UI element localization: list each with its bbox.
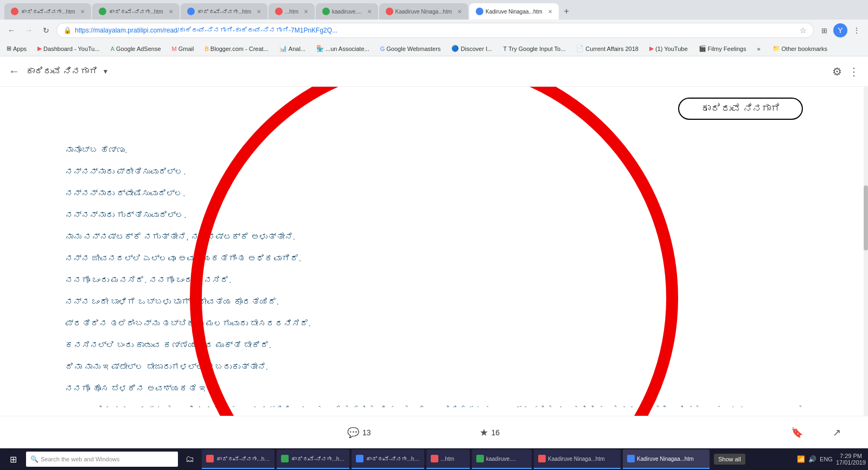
taskbar-app-7[interactable]: Kadiruve Ninagaa...htm	[623, 449, 710, 469]
bottom-bar: 💬 13 ★ 16 🔖 ↗	[0, 416, 868, 448]
tab-close-2[interactable]: ✕	[169, 9, 173, 15]
taskbar-app-6-favicon	[538, 455, 546, 462]
apps-grid-icon: ⊞	[7, 45, 11, 52]
taskbar-task-view[interactable]: 🗂	[180, 448, 200, 470]
bookmark-icon: 🔖	[791, 427, 803, 439]
share-icon: ↗	[833, 427, 841, 439]
line-6: ನನ್ನ ಜೀವನದಲ್ಲಿ ಎಲ್ಲವೂ ಅವಶ್ಯಕತೆಗಿಂತ ಅಧಿಕವ…	[65, 252, 803, 265]
bookmark-blogger[interactable]: B Blogger.com - Creat...	[202, 44, 270, 53]
taskbar-datetime: 7:29 PM 17/01/2019	[836, 453, 866, 466]
tab-4[interactable]: ...htm ✕	[269, 3, 315, 20]
gmail-favicon: M	[172, 46, 177, 52]
bookmark-webmasters[interactable]: G Google Webmasters	[378, 44, 443, 53]
tab-close-4[interactable]: ✕	[304, 9, 308, 15]
bookmark-adsense-label: Google AdSense	[116, 46, 161, 52]
scrollbar-thumb[interactable]	[864, 185, 868, 250]
bookmark-analytics[interactable]: 📊 Anal...	[277, 44, 308, 53]
more-options-icon[interactable]: ⋮	[848, 65, 859, 78]
taskbar-app-7-label: Kadiruve Ninagaa...htm	[637, 456, 694, 462]
bookmark-dashboard-label: Dashboard - YouTu...	[43, 46, 100, 52]
tab-favicon-6	[386, 8, 393, 15]
bookmark-current-affairs[interactable]: 📄 Current Affairs 2018	[574, 44, 641, 53]
tab-close-1[interactable]: ✕	[80, 9, 85, 15]
tab-7[interactable]: Kadiruve Ninagaa...htm ✕	[469, 3, 559, 20]
browser-menu-icon[interactable]: ⋮	[850, 23, 864, 37]
taskbar-app-2[interactable]: ಕಾದಿರುವೆ-ನಿನಗಾ...htm	[277, 449, 349, 469]
title-dropdown-icon[interactable]: ▼	[102, 68, 108, 75]
bookmarks-bar: ⊞ Apps ▶ Dashboard - YouTu... A Google A…	[0, 41, 868, 56]
line-2: ನನ್ನನ್ನಾರು ಪ್ರೀತಿಸುವುದಿಲ್ಲ.	[65, 165, 803, 178]
show-all-button[interactable]: Show all	[714, 454, 745, 465]
paragraph-1: ಒಂದಿನ ನಾನು ಬಹಳ್ಳು ಬೇಜಾರಾಗಿ ಮನಸ್ಸಿಲ್ಲದ ಮನ…	[65, 404, 803, 407]
tab-6[interactable]: Kaadiruve Ninaga...htm ✕	[379, 3, 469, 20]
title-oval-container: ಕಾದಿರುವೆ ನಿನಗಾಗಿ	[65, 98, 803, 133]
tab-close-5[interactable]: ✕	[367, 9, 372, 15]
comments-count: 13	[362, 428, 371, 437]
tab-label-1: ಕಾದಿರುವೆ-ನಿನಗಾ...htm	[21, 9, 75, 15]
taskbar-app-4[interactable]: ...htm	[426, 449, 470, 469]
tab-5[interactable]: kaadiruve.... ✕	[316, 3, 378, 20]
bookmark-input-tool[interactable]: T Try Google Input To...	[501, 44, 567, 53]
taskbar-app-1[interactable]: ಕಾದಿರುವೆ-ನಿನಗಾ...htm	[202, 449, 275, 469]
star-icon: ★	[480, 427, 488, 439]
forward-button[interactable]: →	[22, 23, 36, 37]
settings-icon[interactable]: ⚙	[832, 65, 842, 78]
page-back-button[interactable]: ←	[9, 65, 20, 78]
bookmark-dashboard[interactable]: ▶ Dashboard - YouTu...	[35, 44, 102, 53]
taskbar-app-3[interactable]: ಕಾದಿರುವೆ-ನಿನಗಾ...htm	[352, 449, 424, 469]
windows-start-button[interactable]: ⊞	[2, 448, 24, 470]
browser-frame: ಕಾದಿರುವೆ-ನಿನಗಾ...htm ✕ ಕಾದಿರುವೆ-ನಿನಗಾ...…	[0, 0, 868, 470]
tab-3[interactable]: ಕಾದಿರುವೆ-ನಿನಗಾ...htm ✕	[181, 3, 267, 20]
new-tab-button[interactable]: +	[562, 7, 571, 16]
tab-close-3[interactable]: ✕	[257, 9, 261, 15]
taskbar-app-5-favicon	[476, 455, 484, 462]
taskbar-app-2-favicon	[281, 455, 289, 462]
bookmark-action[interactable]: 🔖	[791, 427, 803, 439]
tab-close-6[interactable]: ✕	[457, 9, 462, 15]
bookmark-more[interactable]: »	[755, 44, 762, 53]
profile-icon[interactable]: Y	[833, 23, 847, 37]
scrollbar[interactable]	[864, 87, 868, 416]
tab-close-7[interactable]: ✕	[548, 9, 552, 15]
taskbar-search[interactable]: 🔍 Search the web and Windows	[26, 452, 178, 467]
line-3: ನನ್ನನ್ನಾರು ದ್ವೇಷಿಸುವುದಿಲ್ಲ.	[65, 187, 803, 200]
extensions-icon[interactable]: ⊞	[817, 23, 831, 37]
url-bar[interactable]: 🔒 https://malayalam.pratilipi.com/read/ಕ…	[56, 23, 814, 38]
search-magnifier-icon: 🔍	[30, 455, 39, 463]
reload-button[interactable]: ↻	[39, 23, 53, 37]
taskbar-volume-icon: 🔊	[808, 455, 816, 463]
yt-favicon-2: ▶	[649, 45, 654, 52]
bookmark-discover[interactable]: 🔵 Discover I...	[449, 44, 494, 53]
tab-1[interactable]: ಕಾದಿರುವೆ-ನಿನಗಾ...htm ✕	[4, 3, 91, 20]
share-action[interactable]: ↗	[833, 427, 841, 439]
show-all-label: Show all	[718, 456, 741, 462]
header-right-icons: ⚙ ⋮	[832, 65, 859, 78]
taskbar-app-6[interactable]: Kaadiruve Ninaga...htm	[534, 449, 621, 469]
bookmark-youtube[interactable]: ▶ (1) YouTube	[647, 44, 690, 53]
back-button[interactable]: ←	[4, 23, 18, 37]
webmasters-favicon: G	[380, 46, 385, 52]
tab-favicon-7	[476, 8, 483, 15]
page-title-area: ಕಾದಿರುವೆ ನಿನಗಾಗಿ ▼	[26, 67, 108, 76]
taskbar-time: 7:29 PM	[836, 453, 866, 459]
bookmark-filmy[interactable]: 🎬 Filmy Feelings	[697, 44, 749, 53]
tab-list: ಕಾದಿರುವೆ-ನಿನಗಾ...htm ✕ ಕಾದಿರುವೆ-ನಿನಗಾ...…	[4, 3, 868, 20]
associates-favicon: 🏪	[316, 45, 324, 52]
bookmark-gmail-label: Gmail	[178, 46, 194, 52]
tab-label-4: ...htm	[285, 9, 298, 15]
bookmark-other[interactable]: 📁 Other bookmarks	[770, 44, 829, 53]
comments-action[interactable]: 💬 13	[347, 427, 371, 439]
tab-2[interactable]: ಕಾದಿರುವೆ-ನಿನಗಾ...htm ✕	[92, 3, 179, 20]
bookmark-associates[interactable]: 🏪 ...un Associate...	[314, 44, 372, 53]
bookmark-gmail[interactable]: M Gmail	[170, 44, 196, 53]
bookmark-apps[interactable]: ⊞ Apps	[4, 44, 29, 53]
taskbar-app-5-label: kaadiruve....	[486, 456, 515, 462]
taskbar-app-1-label: ಕಾದಿರುವೆ-ನಿನಗಾ...htm	[216, 456, 270, 462]
line-5: ನಾನು ನನ್ನಷ್ಟಕ್ಕೆ ನಗುತ್ತೇನೆ, ನನ್ನಷ್ಟಕ್ಕೆ …	[65, 230, 803, 243]
adsense-favicon: A	[111, 46, 114, 52]
bookmark-current-affairs-label: Current Affairs 2018	[585, 46, 639, 52]
likes-action[interactable]: ★ 16	[480, 427, 500, 439]
bookmark-adsense[interactable]: A Google AdSense	[108, 44, 163, 53]
bookmark-star-icon[interactable]: ☆	[800, 26, 807, 35]
taskbar-app-5[interactable]: kaadiruve....	[472, 449, 532, 469]
